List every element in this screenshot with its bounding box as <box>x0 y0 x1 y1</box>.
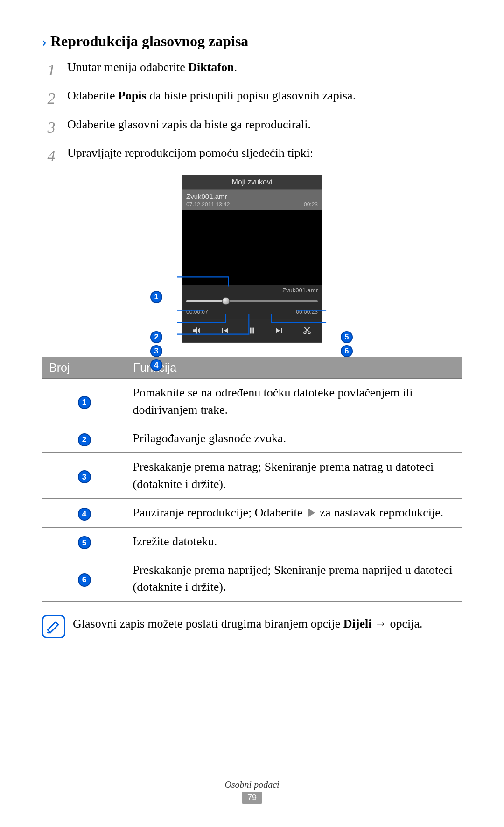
row-badge: 3 <box>78 470 91 483</box>
prev-button[interactable] <box>214 324 235 338</box>
slider-thumb[interactable] <box>222 297 230 305</box>
section-title-text: Reprodukcija glasovnog zapisa <box>50 33 248 50</box>
section-title: › Reprodukcija glasovnog zapisa <box>42 33 462 50</box>
phone-title: Moji zvukovi <box>182 175 322 190</box>
row-badge: 1 <box>78 396 91 409</box>
callout-badge-1: 1 <box>150 291 162 303</box>
step-text: Upravljajte reprodukcijom pomoću sljedeć… <box>67 144 462 167</box>
step-number: 1 <box>45 58 58 81</box>
row-badge: 6 <box>78 573 91 587</box>
controls-row <box>182 319 322 342</box>
header-number: Broj <box>42 357 126 379</box>
table-row: 3 Preskakanje prema natrag; Skeniranje p… <box>42 453 462 499</box>
file-name: Zvuk001.amr <box>186 192 318 200</box>
page-footer: Osobni podaci 79 <box>0 779 504 804</box>
waveform-area <box>182 210 322 285</box>
callout-badge-5: 5 <box>341 331 353 343</box>
table-row: 1 Pomaknite se na određenu točku datotek… <box>42 379 462 424</box>
row-text: Pauziranje reprodukcije; Odaberite za na… <box>126 499 462 527</box>
callout-badge-2: 2 <box>150 331 162 343</box>
step-1: 1 Unutar menija odaberite Diktafon. <box>42 58 462 81</box>
step-text: Odaberite Popis da biste pristupili popi… <box>67 87 462 110</box>
header-function: Funkcija <box>126 357 462 379</box>
pause-button[interactable] <box>242 324 262 338</box>
table-row: 5 Izrežite datoteku. <box>42 527 462 556</box>
step-2: 2 Odaberite Popis da biste pristupili po… <box>42 87 462 110</box>
callout-badge-6: 6 <box>341 345 353 357</box>
svg-rect-0 <box>250 328 251 334</box>
seek-slider[interactable] <box>182 296 322 307</box>
play-icon <box>308 508 315 517</box>
page-number: 79 <box>242 792 262 804</box>
note-box: Glasovni zapis možete poslati drugima bi… <box>42 615 462 638</box>
step-number: 4 <box>45 144 58 167</box>
row-text: Pomaknite se na određenu točku datoteke … <box>126 379 462 424</box>
footer-section: Osobni podaci <box>0 779 504 790</box>
step-text: Odaberite glasovni zapis da biste ga rep… <box>67 116 462 139</box>
row-text: Izrežite datoteku. <box>126 527 462 556</box>
step-4: 4 Upravljajte reprodukcijom pomoću sljed… <box>42 144 462 167</box>
step-number: 2 <box>45 87 58 110</box>
table-row: 2 Prilagođavanje glasnoće zvuka. <box>42 424 462 452</box>
phone-mockup: Moji zvukovi Zvuk001.amr 07.12.2011 13:4… <box>182 175 322 343</box>
table-row: 4 Pauziranje reprodukcije; Odaberite za … <box>42 499 462 527</box>
next-button[interactable] <box>269 324 290 338</box>
trim-button[interactable] <box>297 324 317 338</box>
file-row[interactable]: Zvuk001.amr 07.12.2011 13:42 00:23 <box>182 190 322 210</box>
row-text: Preskakanje prema natrag; Skeniranje pre… <box>126 453 462 499</box>
file-date: 07.12.2011 13:42 <box>186 201 230 208</box>
row-text: Preskakanje prema naprijed; Skeniranje p… <box>126 556 462 601</box>
row-text: Prilagođavanje glasnoće zvuka. <box>126 424 462 452</box>
step-number: 3 <box>45 116 58 139</box>
now-playing-label: Zvuk001.amr <box>182 285 322 296</box>
table-row: 6 Preskakanje prema naprijed; Skeniranje… <box>42 556 462 601</box>
function-table: Broj Funkcija 1 Pomaknite se na određenu… <box>42 357 462 602</box>
note-text: Glasovni zapis možete poslati drugima bi… <box>73 615 422 633</box>
callout-badge-3: 3 <box>150 345 162 357</box>
table-header-row: Broj Funkcija <box>42 357 462 379</box>
phone-mockup-container: Moji zvukovi Zvuk001.amr 07.12.2011 13:4… <box>121 175 383 343</box>
file-duration: 00:23 <box>304 201 318 208</box>
step-3: 3 Odaberite glasovni zapis da biste ga r… <box>42 116 462 139</box>
chevron-icon: › <box>42 34 47 49</box>
time-elapsed: 00:00:07 <box>186 309 208 315</box>
row-badge: 5 <box>78 536 91 549</box>
time-row: 00:00:07 00:00:23 <box>182 307 322 319</box>
row-badge: 4 <box>78 508 91 521</box>
svg-rect-1 <box>252 328 254 334</box>
row-badge: 2 <box>78 433 91 446</box>
step-text: Unutar menija odaberite Diktafon. <box>67 58 462 81</box>
time-total: 00:00:23 <box>296 309 318 315</box>
note-icon <box>42 615 65 638</box>
volume-button[interactable] <box>187 324 207 338</box>
